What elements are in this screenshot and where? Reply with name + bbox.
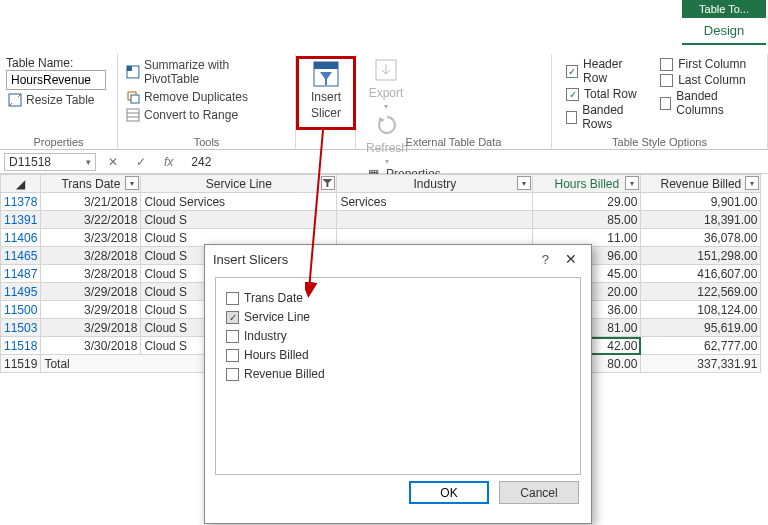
row-header[interactable]: 11406 [1,229,41,247]
fx-icon[interactable]: fx [158,155,179,169]
table-row[interactable]: 113913/22/2018Cloud S85.0018,391.00 [1,211,761,229]
row-header[interactable]: 11500 [1,301,41,319]
filter-icon[interactable]: ▾ [745,176,759,190]
chk-banded-rows[interactable]: Banded Rows [566,103,644,131]
group-external: Export ▾ Refresh ▾ ▦Properties ▢Open in … [356,54,552,150]
row-header[interactable]: 11503 [1,319,41,337]
cancel-button[interactable]: Cancel [499,481,579,504]
table-name-label: Table Name: [6,56,111,70]
row-header[interactable]: 11487 [1,265,41,283]
col-hours-billed[interactable]: Hours Billed▾ [533,175,641,193]
contextual-tab: Table To... Design [682,0,766,45]
name-box[interactable]: D11518 ▾ [4,153,96,171]
svg-rect-5 [127,109,139,121]
filter-icon[interactable]: ▾ [125,176,139,190]
refresh-icon [373,111,401,139]
filter-applied-icon[interactable] [321,176,335,190]
chk-banded-cols[interactable]: Banded Columns [660,89,753,117]
remove-duplicates-button[interactable]: Remove Duplicates [124,89,289,105]
cancel-formula-icon[interactable]: ✕ [102,155,124,169]
filter-icon[interactable]: ▾ [517,176,531,190]
convert-range-button[interactable]: Convert to Range [124,107,289,123]
row-header[interactable]: 11518 [1,337,41,355]
design-tab[interactable]: Design [682,18,766,45]
chevron-down-icon: ▾ [86,157,91,167]
group-tools: Summarize with PivotTable Remove Duplica… [118,54,296,150]
resize-table-button[interactable]: Resize Table [6,92,111,108]
group-slicer: Insert Slicer [296,54,356,150]
col-trans-date[interactable]: Trans Date▾ [41,175,141,193]
group-label-external: External Table Data [356,136,551,148]
col-industry[interactable]: Industry▾ [337,175,533,193]
table-name-input[interactable] [6,70,106,90]
insert-slicers-dialog: Insert Slicers ? ✕ Trans Date✓Service Li… [204,244,592,524]
svg-rect-2 [127,66,132,71]
col-service-line[interactable]: Service Line [141,175,337,193]
range-icon [126,108,140,122]
dialog-field-list: Trans Date✓Service LineIndustryHours Bil… [215,277,581,475]
svg-marker-12 [379,117,385,123]
slicer-field-checkbox[interactable]: Trans Date [226,291,570,305]
row-header[interactable]: 11465 [1,247,41,265]
row-header[interactable]: 11495 [1,283,41,301]
resize-icon [8,93,22,107]
svg-rect-9 [314,62,338,69]
slicer-field-checkbox[interactable]: Revenue Billed [226,367,570,381]
col-revenue-billed[interactable]: Revenue Billed▾ [641,175,761,193]
table-tools-title: Table To... [682,0,766,18]
chk-first-col[interactable]: First Column [660,57,753,71]
accept-formula-icon[interactable]: ✓ [130,155,152,169]
export-icon [372,56,400,84]
filter-icon[interactable]: ▾ [625,176,639,190]
group-label-options: Table Style Options [552,136,767,148]
group-style-options: ✓Header Row ✓Total Row Banded Rows First… [552,54,768,150]
slicer-field-checkbox[interactable]: Industry [226,329,570,343]
slicer-icon [312,60,340,88]
close-icon[interactable]: ✕ [559,251,583,267]
ribbon: Table To... Design Table Name: Resize Ta… [0,0,768,150]
row-header[interactable]: 11378 [1,193,41,211]
svg-rect-4 [131,95,139,103]
pivot-icon [126,65,140,79]
table-row[interactable]: 113783/21/2018Cloud ServicesServices29.0… [1,193,761,211]
resize-label: Resize Table [26,93,94,107]
slicer-field-checkbox[interactable]: ✓Service Line [226,310,570,324]
group-properties: Table Name: Resize Table Properties [0,54,118,150]
slicer-field-checkbox[interactable]: Hours Billed [226,348,570,362]
select-all-corner[interactable]: ◢ [1,175,41,193]
row-header[interactable]: 11391 [1,211,41,229]
chk-total-row[interactable]: ✓Total Row [566,87,644,101]
dialog-title: Insert Slicers [213,252,288,267]
group-label-properties: Properties [0,136,117,148]
chk-last-col[interactable]: Last Column [660,73,753,87]
insert-slicer-button[interactable]: Insert Slicer [298,56,354,124]
export-button[interactable]: Export ▾ [362,56,410,111]
remove-dup-icon [126,90,140,104]
summarize-pivot-button[interactable]: Summarize with PivotTable [124,57,289,87]
ok-button[interactable]: OK [409,481,489,504]
group-label-tools: Tools [118,136,295,148]
help-icon[interactable]: ? [532,252,559,267]
chk-header-row[interactable]: ✓Header Row [566,57,644,85]
